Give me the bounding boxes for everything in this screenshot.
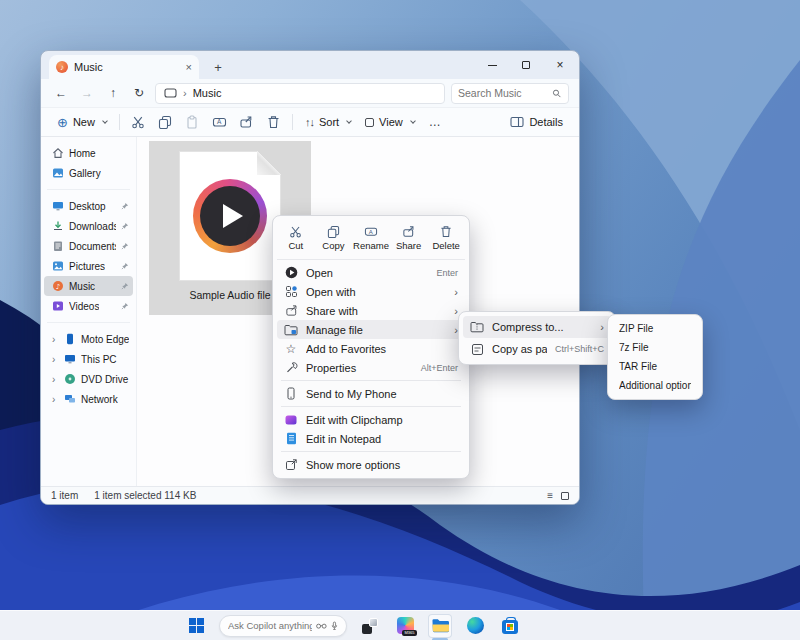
file-explorer-button[interactable] — [428, 614, 452, 638]
chevron-down-icon — [102, 118, 108, 124]
breadcrumb[interactable]: Music — [193, 87, 222, 99]
svg-text:A: A — [217, 118, 222, 125]
task-view-icon — [362, 618, 378, 634]
new-button[interactable]: ⊕ New — [51, 115, 113, 130]
rename-icon: A — [212, 115, 227, 129]
sidebar-item-documents[interactable]: Documents — [44, 236, 133, 256]
copy-quick-button[interactable]: Copy — [315, 220, 353, 256]
copilot-search-input[interactable] — [228, 620, 312, 631]
menu-item-properties[interactable]: Properties Alt+Enter — [277, 358, 465, 377]
music-icon: ♪ — [52, 280, 64, 292]
sidebar-item-this-pc[interactable]: › This PC — [44, 349, 133, 369]
paste-button[interactable] — [180, 111, 205, 133]
taskbar-search[interactable] — [219, 615, 347, 637]
new-tab-button[interactable]: + — [209, 58, 227, 76]
desktop-icon — [52, 200, 64, 212]
close-button[interactable]: × — [543, 51, 577, 79]
sidebar-item-desktop[interactable]: Desktop — [44, 196, 133, 216]
menu-item-copy-as-path[interactable]: Copy as path Ctrl+Shift+C — [463, 338, 611, 360]
m365-copilot-button[interactable]: M365 — [393, 614, 417, 638]
sidebar-item-home[interactable]: Home — [44, 143, 133, 163]
task-view-button[interactable] — [358, 614, 382, 638]
menu-item-label: Open with — [306, 286, 446, 298]
edge-browser-button[interactable] — [463, 614, 487, 638]
address-bar[interactable]: › Music — [155, 83, 445, 104]
back-button[interactable]: ← — [51, 86, 71, 100]
view-button[interactable]: View — [359, 116, 421, 128]
pin-icon — [121, 241, 129, 252]
search-box[interactable] — [451, 83, 569, 104]
cut-quick-button[interactable]: Cut — [277, 220, 315, 256]
refresh-button[interactable]: ↻ — [129, 86, 149, 100]
microphone-icon[interactable] — [331, 620, 338, 632]
share-button[interactable] — [234, 111, 259, 133]
rename-icon: A — [364, 225, 378, 238]
minimize-button[interactable] — [475, 51, 509, 79]
menu-item-add-to-favorites[interactable]: ☆ Add to Favorites — [277, 339, 465, 358]
more-options-button[interactable]: … — [423, 115, 448, 129]
view-toggles: ≡ — [547, 490, 569, 501]
sidebar-item-label: Music — [69, 281, 95, 292]
menu-item-label: 7z File — [619, 342, 691, 353]
manage-file-submenu: Compress to... › Copy as path Ctrl+Shift… — [458, 311, 616, 365]
menu-item-manage-file[interactable]: Manage file › — [277, 320, 465, 339]
menu-item-edit-in-notepad[interactable]: Edit in Notepad — [277, 429, 465, 448]
menu-item-open[interactable]: Open Enter — [277, 263, 465, 282]
chevron-right-icon[interactable]: › — [52, 334, 59, 345]
sidebar-item-pictures[interactable]: Pictures — [44, 256, 133, 276]
sidebar-item-downloads[interactable]: Downloads — [44, 216, 133, 236]
copy-button[interactable] — [153, 111, 178, 133]
menu-item-7z-file[interactable]: 7z File — [612, 338, 698, 357]
search-input[interactable] — [458, 87, 548, 99]
sidebar-item-gallery[interactable]: Gallery — [44, 163, 133, 183]
menu-item-show-more-options[interactable]: Show more options — [277, 455, 465, 474]
forward-button[interactable]: → — [77, 86, 97, 100]
start-button[interactable] — [184, 614, 208, 638]
tab-close-icon[interactable]: × — [186, 61, 192, 73]
list-view-button[interactable]: ≡ — [547, 490, 553, 501]
menu-item-share-with[interactable]: Share with › — [277, 301, 465, 320]
chevron-right-icon[interactable]: › — [52, 354, 59, 365]
sidebar-separator — [47, 189, 130, 190]
menu-item-additional-options[interactable]: Additional options — [612, 376, 698, 395]
gallery-icon — [52, 167, 64, 179]
sidebar-item-dvd-drive[interactable]: › DVD Drive (D:) CCC — [44, 369, 133, 389]
delete-icon — [440, 225, 452, 238]
notepad-icon — [284, 432, 298, 445]
rename-quick-button[interactable]: A Rename — [352, 220, 390, 256]
toolbar-divider — [292, 114, 293, 130]
sidebar-item-music[interactable]: ♪ Music — [44, 276, 133, 296]
up-button[interactable]: ↑ — [103, 86, 123, 100]
delete-button[interactable] — [261, 111, 286, 133]
maximize-button[interactable] — [509, 51, 543, 79]
delete-quick-button[interactable]: Delete — [427, 220, 465, 256]
sort-button[interactable]: ↑↓ Sort — [299, 116, 357, 128]
menu-item-tar-file[interactable]: TAR File — [612, 357, 698, 376]
cut-button[interactable] — [126, 111, 151, 133]
chevron-right-icon[interactable]: › — [52, 374, 59, 385]
details-button[interactable]: Details — [504, 116, 569, 128]
chevron-right-icon[interactable]: › — [52, 394, 59, 405]
sidebar-item-phone[interactable]: › Moto Edge 50 Neo — [44, 329, 133, 349]
microsoft-store-button[interactable] — [498, 614, 522, 638]
menu-item-label: Show more options — [306, 459, 458, 471]
tab-music[interactable]: ♪ Music × — [49, 55, 199, 79]
details-label: Details — [529, 116, 563, 128]
share-icon — [402, 225, 415, 238]
file-name-label: Sample Audio file — [189, 289, 270, 301]
menu-item-open-with[interactable]: Open with › — [277, 282, 465, 301]
menu-item-send-to-my-phone[interactable]: Send to My Phone — [277, 384, 465, 403]
menu-separator — [281, 406, 461, 407]
toolbar-divider — [119, 114, 120, 130]
microsoft-store-icon — [502, 620, 518, 634]
sidebar-item-network[interactable]: › Network — [44, 389, 133, 409]
thumbnail-view-button[interactable] — [561, 492, 569, 500]
properties-wrench-icon — [284, 361, 298, 374]
sidebar-item-videos[interactable]: Videos — [44, 296, 133, 316]
menu-item-edit-with-clipchamp[interactable]: Edit with Clipchamp — [277, 410, 465, 429]
menu-item-compress-to[interactable]: Compress to... › — [463, 316, 611, 338]
share-quick-button[interactable]: Share — [390, 220, 428, 256]
videos-icon — [52, 300, 64, 312]
menu-item-zip-file[interactable]: ZIP File — [612, 319, 698, 338]
rename-button[interactable]: A — [207, 111, 232, 133]
